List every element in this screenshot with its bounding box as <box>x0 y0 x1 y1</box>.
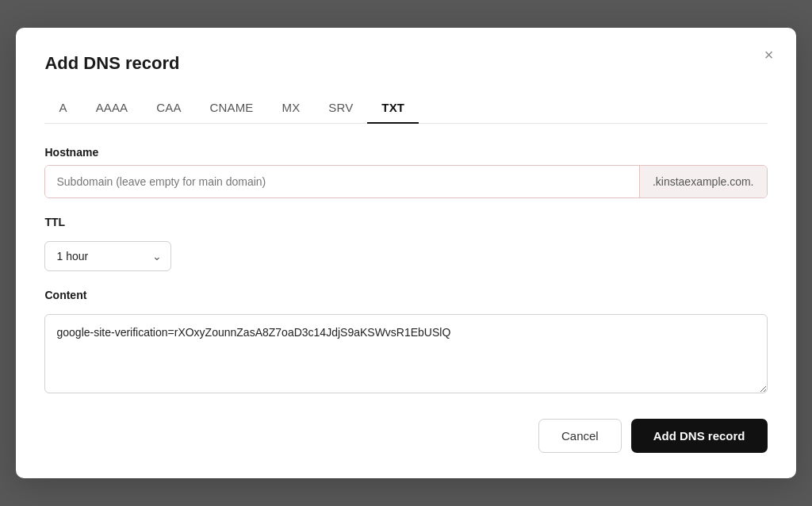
cancel-button[interactable]: Cancel <box>538 419 622 453</box>
modal-title: Add DNS record <box>44 53 767 74</box>
content-label: Content <box>44 289 767 301</box>
tab-cname[interactable]: CNAME <box>196 93 268 124</box>
tab-mx[interactable]: MX <box>267 93 314 124</box>
ttl-select[interactable]: 1 hour5 minutes30 minutes2 hours4 hours8… <box>44 241 171 271</box>
add-dns-button[interactable]: Add DNS record <box>631 419 768 453</box>
tabs-bar: AAAAACAACNAMEMXSRVTXT <box>44 93 767 124</box>
modal-footer: Cancel Add DNS record <box>44 419 767 453</box>
ttl-select-wrapper: 1 hour5 minutes30 minutes2 hours4 hours8… <box>44 241 171 271</box>
tab-aaaa[interactable]: AAAA <box>82 93 143 124</box>
hostname-input-row: .kinstaexample.com. <box>44 165 767 198</box>
content-textarea[interactable] <box>44 314 767 393</box>
close-button[interactable]: × <box>761 44 777 66</box>
ttl-label: TTL <box>44 216 767 228</box>
content-field: Content <box>44 289 767 397</box>
tab-caa[interactable]: CAA <box>142 93 195 124</box>
ttl-field: TTL 1 hour5 minutes30 minutes2 hours4 ho… <box>44 216 767 271</box>
tab-txt[interactable]: TXT <box>367 93 419 124</box>
hostname-label: Hostname <box>44 146 767 159</box>
hostname-suffix: .kinstaexample.com. <box>639 166 767 197</box>
backdrop: Add DNS record × AAAAACAACNAMEMXSRVTXT H… <box>0 0 812 506</box>
hostname-input[interactable] <box>45 166 638 197</box>
tab-srv[interactable]: SRV <box>314 93 367 124</box>
modal-dialog: Add DNS record × AAAAACAACNAMEMXSRVTXT H… <box>16 28 795 478</box>
hostname-field: Hostname .kinstaexample.com. <box>44 146 767 198</box>
tab-a[interactable]: A <box>44 93 81 124</box>
